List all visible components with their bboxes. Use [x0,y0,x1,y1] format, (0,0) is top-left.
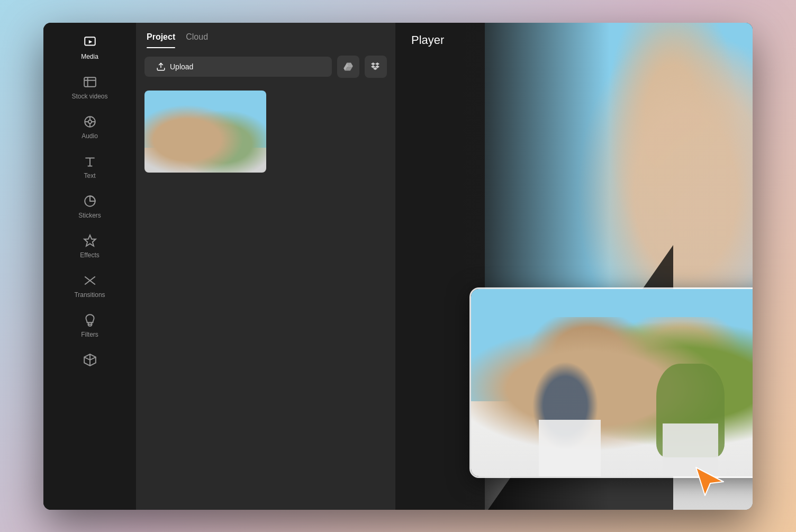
sidebar-item-filters[interactable]: Filters [43,306,136,346]
media-grid [136,85,395,510]
threed-icon [83,353,97,367]
upload-button[interactable]: Upload [144,57,332,77]
sidebar-stickers-label: Stickers [78,212,101,219]
left-panel: Project Cloud Upload [136,23,395,510]
focused-image [469,287,753,478]
audio-icon [83,115,97,129]
transitions-icon [83,274,97,287]
google-drive-button[interactable] [337,56,359,78]
player-label: Player [411,33,444,47]
svg-rect-2 [84,77,96,86]
filters-icon [83,313,97,327]
sidebar-audio-label: Audio [82,132,98,140]
content-row: Project Cloud Upload [136,23,753,510]
media-icon [83,35,97,49]
sidebar: Media Stock videos Audio [43,23,136,510]
tabs-bar: Project Cloud [136,23,395,48]
player-area: Player [395,23,753,510]
sidebar-effects-label: Effects [80,251,99,259]
svg-point-6 [88,120,92,123]
dropbox-icon [370,61,381,72]
app-window: Media Stock videos Audio [43,23,753,510]
svg-marker-17 [84,235,96,246]
google-drive-icon [343,61,354,72]
stock-videos-icon [83,75,97,89]
sidebar-item-transitions[interactable]: Transitions [43,266,136,306]
sidebar-item-stock-videos[interactable]: Stock videos [43,68,136,107]
sidebar-filters-label: Filters [81,331,98,338]
sidebar-item-stickers[interactable]: Stickers [43,187,136,227]
sidebar-item-audio[interactable]: Audio [43,107,136,147]
svg-marker-1 [88,40,92,43]
sidebar-stock-label: Stock videos [71,93,107,100]
sidebar-text-label: Text [84,172,95,179]
effects-icon [83,234,97,248]
cursor-icon [692,465,726,499]
upload-icon [156,62,166,71]
media-thumbnail-0[interactable] [144,91,266,173]
text-icon [83,155,97,168]
toolbar: Upload [136,48,395,85]
sidebar-item-media[interactable]: Media [43,28,136,68]
focused-photo [471,289,753,476]
sidebar-transitions-label: Transitions [74,291,105,299]
svg-marker-20 [696,467,723,495]
thumbnail-image-0 [144,91,266,173]
tab-project[interactable]: Project [147,32,175,48]
sidebar-item-text[interactable]: Text [43,147,136,187]
upload-label: Upload [170,62,193,71]
stickers-icon [83,194,97,208]
sidebar-media-label: Media [81,53,98,60]
sidebar-item-effects[interactable]: Effects [43,227,136,266]
sidebar-item-3d[interactable] [43,346,136,374]
tab-cloud[interactable]: Cloud [186,32,208,48]
dropbox-button[interactable] [365,56,387,78]
